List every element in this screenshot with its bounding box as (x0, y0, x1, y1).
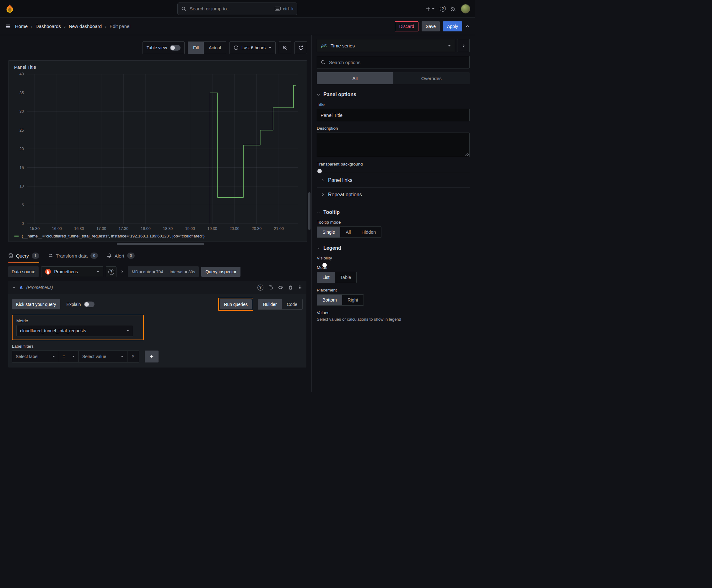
query-options-summary[interactable]: MD = auto = 704 Interval = 30s (128, 266, 199, 277)
breadcrumb-new-dashboard[interactable]: New dashboard (69, 24, 102, 29)
panel-description-textarea[interactable] (317, 132, 470, 157)
panel-title[interactable]: Panel Title (13, 63, 302, 70)
help-icon: ? (440, 6, 446, 12)
legend-placement-label: Placement (317, 288, 470, 292)
svg-text:20:00: 20:00 (230, 227, 239, 231)
remove-filter-button[interactable]: × (127, 351, 139, 362)
tab-query[interactable]: Query 1 (8, 249, 39, 262)
chart-plot-area[interactable]: 051015202530354015:3016:0016:3017:0017:3… (13, 70, 302, 233)
query-options-expand-button[interactable] (120, 270, 124, 274)
breadcrumb-home[interactable]: Home (15, 24, 28, 29)
help-button[interactable]: ? (440, 6, 446, 12)
chevron-down-icon (317, 211, 320, 214)
toggle-options-pane-button[interactable] (457, 39, 470, 52)
chevron-down-icon (96, 270, 100, 273)
save-button[interactable]: Save (422, 21, 440, 31)
collapse-pane-button[interactable] (465, 24, 470, 28)
grafana-logo[interactable] (4, 3, 15, 14)
query-row-body: Kick start your query Explain Run querie… (8, 294, 306, 368)
zoom-out-button[interactable] (279, 41, 291, 54)
svg-text:17:30: 17:30 (118, 227, 128, 231)
repeat-options-section[interactable]: Repeat options (317, 187, 470, 202)
hamburger-menu-button[interactable] (5, 24, 11, 29)
duplicate-query-button[interactable] (268, 285, 273, 290)
options-search-input[interactable] (317, 56, 470, 68)
tab-query-badge: 1 (32, 253, 39, 259)
horizontal-scrollbar (8, 243, 303, 247)
datasource-row: Data source Prometheus ? (8, 266, 306, 277)
chevron-down-icon[interactable] (12, 286, 16, 289)
tooltip-mode-hidden[interactable]: Hidden (356, 227, 381, 237)
tooltip-mode-label: Tooltip mode (317, 220, 470, 225)
datasource-picker[interactable]: Prometheus (41, 266, 103, 277)
tab-alert[interactable]: Alert 0 (107, 249, 135, 262)
keyboard-shortcut-hint: ctrl+k (275, 2, 294, 15)
legend-series-label[interactable]: {__name__="cloudflared_tunnel_total_requ… (22, 234, 204, 238)
metric-select[interactable]: cloudflared_tunnel_total_requests (16, 325, 133, 336)
actual-option[interactable]: Actual (204, 42, 226, 54)
explain-toggle[interactable] (84, 301, 94, 307)
query-row-header[interactable]: A (Prometheus) ? (8, 281, 306, 294)
legend-mode-group: List Table (317, 272, 357, 283)
horizontal-scrollbar-thumb[interactable] (117, 243, 204, 245)
tooltip-header[interactable]: Tooltip (317, 210, 470, 215)
tooltip-mode-all[interactable]: All (340, 227, 356, 237)
add-new-button[interactable] (426, 6, 435, 11)
refresh-button[interactable] (295, 41, 307, 54)
run-queries-button[interactable]: Run queries (220, 299, 252, 309)
panel-options-title: Panel options (323, 92, 356, 97)
panel-title-input[interactable] (317, 109, 470, 121)
time-series-svg[interactable]: 051015202530354015:3016:0016:3017:0017:3… (13, 70, 302, 233)
tooltip-mode-single[interactable]: Single (317, 227, 340, 237)
select-value-dropdown[interactable]: Select value (79, 351, 127, 362)
transform-icon (48, 253, 53, 258)
tooltip-mode-group: Single All Hidden (317, 227, 382, 238)
query-builder-toolbar: Kick start your query Explain Run querie… (12, 298, 303, 311)
panel-links-section[interactable]: Panel links (317, 173, 470, 187)
vertical-scrollbar-thumb[interactable] (308, 192, 310, 230)
tab-transform-data[interactable]: Transform data 0 (48, 249, 98, 262)
tab-overrides[interactable]: Overrides (393, 72, 470, 84)
legend-mode-list[interactable]: List (317, 272, 335, 283)
query-help-button[interactable]: ? (257, 285, 263, 291)
explain-control: Explain (67, 301, 94, 307)
query-datasource-note: (Prometheus) (26, 285, 53, 290)
drag-handle[interactable] (298, 285, 302, 290)
legend-series-swatch[interactable] (14, 236, 19, 236)
kick-start-button[interactable]: Kick start your query (12, 299, 60, 309)
delete-query-button[interactable] (288, 285, 293, 290)
svg-text:5: 5 (22, 203, 24, 207)
hide-query-button[interactable] (278, 285, 283, 290)
options-scope-tabs: All Overrides (317, 72, 470, 84)
tab-all-options[interactable]: All (317, 72, 393, 84)
panel-options-header[interactable]: Panel options (317, 92, 470, 97)
user-avatar[interactable] (461, 4, 470, 14)
svg-text:10: 10 (19, 184, 24, 188)
legend-header[interactable]: Legend (317, 245, 470, 251)
datasource-help-button[interactable]: ? (106, 266, 116, 277)
breadcrumb-dashboards[interactable]: Dashboards (36, 24, 61, 29)
discard-button[interactable]: Discard (395, 21, 418, 31)
apply-button[interactable]: Apply (443, 21, 462, 31)
legend-placement-bottom[interactable]: Bottom (317, 295, 342, 305)
time-range-picker[interactable]: Last 6 hours (230, 41, 276, 54)
fill-option[interactable]: Fill (188, 42, 204, 54)
query-inspector-button[interactable]: Query inspector (201, 267, 240, 277)
tab-alert-label: Alert (114, 253, 124, 258)
select-value-placeholder: Select value (82, 354, 106, 359)
visualization-picker[interactable]: Time series (317, 39, 455, 52)
builder-option[interactable]: Builder (258, 299, 282, 309)
resize-handle[interactable] (465, 153, 469, 156)
bell-icon (107, 253, 112, 258)
code-option[interactable]: Code (282, 299, 302, 309)
legend-mode-table[interactable]: Table (335, 272, 357, 283)
close-icon: × (132, 354, 134, 359)
select-label-dropdown[interactable]: Select label (12, 351, 59, 362)
news-feed-button[interactable] (451, 6, 456, 11)
time-range-label: Last 6 hours (241, 45, 265, 50)
legend-title: Legend (323, 245, 341, 251)
table-view-toggle[interactable] (170, 45, 180, 50)
add-filter-button[interactable] (145, 351, 158, 362)
operator-dropdown[interactable]: = (59, 351, 79, 362)
legend-placement-right[interactable]: Right (342, 295, 364, 305)
